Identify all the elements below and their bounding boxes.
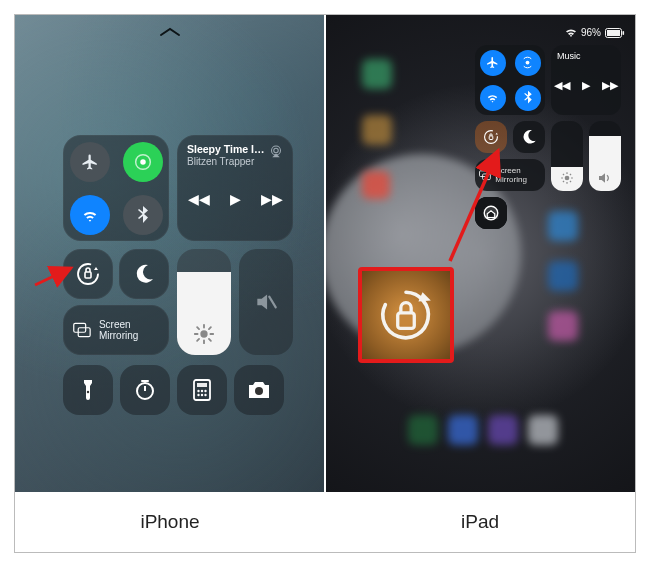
calculator-button[interactable] (177, 365, 227, 415)
screen-mirroring-label: Screen Mirroring (99, 319, 159, 341)
cellular-data-icon[interactable] (123, 142, 163, 182)
connectivity-module[interactable] (63, 135, 169, 241)
svg-point-25 (204, 390, 206, 392)
svg-line-47 (570, 174, 571, 175)
grabber-icon (159, 27, 181, 37)
svg-rect-33 (623, 31, 625, 35)
ipad-rotation-lock-button[interactable] (475, 121, 507, 153)
ipad-volume-icon (597, 171, 613, 185)
ipad-screen-mirroring-button[interactable]: Screen Mirroring (475, 159, 545, 191)
track-title: Sleepy Time In... (187, 143, 267, 155)
svg-point-39 (565, 176, 570, 181)
svg-point-24 (201, 390, 203, 392)
ipad-screen-mirroring-label: Screen Mirroring (495, 166, 541, 184)
screen-mirroring-icon (73, 321, 91, 339)
svg-rect-54 (398, 313, 415, 329)
svg-point-2 (274, 148, 279, 153)
caption-ipad: iPad (325, 492, 635, 552)
ipad-do-not-disturb-button[interactable] (513, 121, 545, 153)
ipad-bluetooth-icon[interactable] (515, 85, 541, 111)
previous-track-icon[interactable]: ◀◀ (188, 191, 210, 207)
play-icon[interactable]: ▶ (230, 191, 241, 207)
svg-rect-36 (489, 136, 493, 140)
rotation-lock-icon-large (375, 284, 437, 346)
svg-rect-4 (85, 272, 91, 278)
ipad-next-track-icon[interactable]: ▶▶ (602, 79, 618, 92)
svg-line-46 (563, 181, 564, 182)
svg-point-23 (197, 390, 199, 392)
svg-line-15 (209, 327, 211, 329)
svg-point-34 (526, 61, 530, 65)
screen-mirroring-button[interactable]: Screen Mirroring (63, 305, 169, 355)
now-playing-module[interactable]: Sleepy Time In... Blitzen Trapper ◀◀ ▶ ▶… (177, 135, 293, 241)
svg-line-45 (570, 181, 571, 182)
bluetooth-icon[interactable] (123, 195, 163, 235)
ipad-brightness-slider[interactable] (551, 121, 583, 191)
ipad-wifi-icon[interactable] (480, 85, 506, 111)
timer-button[interactable] (120, 365, 170, 415)
brightness-icon (193, 323, 215, 345)
camera-button[interactable] (234, 365, 284, 415)
svg-line-12 (197, 327, 199, 329)
ipad-airplane-mode-icon[interactable] (480, 50, 506, 76)
svg-point-35 (485, 131, 498, 144)
do-not-disturb-button[interactable] (119, 249, 169, 299)
svg-line-14 (197, 339, 199, 341)
caption-iphone: iPhone (15, 492, 325, 552)
svg-line-44 (563, 174, 564, 175)
ipad-brightness-icon (560, 171, 574, 185)
ipad-previous-track-icon[interactable]: ◀◀ (554, 79, 570, 92)
wifi-icon[interactable] (70, 195, 110, 235)
brightness-slider[interactable] (177, 249, 231, 355)
ipad-status-bar: 96% (565, 27, 625, 38)
rotation-lock-button[interactable] (63, 249, 113, 299)
ipad-connectivity-module[interactable] (475, 45, 545, 115)
battery-icon (605, 28, 625, 38)
svg-point-7 (200, 330, 207, 337)
wifi-status-icon (565, 28, 577, 38)
ipad-play-icon[interactable]: ▶ (582, 79, 590, 92)
svg-rect-32 (607, 30, 620, 36)
ipad-control-center: 96% (326, 15, 635, 492)
ipad-volume-slider[interactable] (589, 121, 621, 191)
mute-button[interactable] (239, 249, 293, 355)
svg-point-28 (204, 394, 206, 396)
svg-point-0 (140, 159, 146, 165)
svg-line-16 (269, 297, 276, 308)
airplane-mode-icon[interactable] (70, 142, 110, 182)
ipad-cellular-data-icon[interactable] (515, 50, 541, 76)
svg-line-13 (209, 339, 211, 341)
svg-point-29 (255, 387, 263, 395)
svg-point-26 (197, 394, 199, 396)
ipad-screen-mirroring-icon (479, 169, 491, 182)
ipad-home-button[interactable] (475, 197, 507, 229)
rotation-lock-callout (358, 267, 454, 363)
flashlight-button[interactable] (63, 365, 113, 415)
svg-point-27 (201, 394, 203, 396)
svg-point-17 (87, 391, 89, 393)
battery-percent: 96% (581, 27, 601, 38)
ipad-now-playing-module[interactable]: Music ◀◀ ▶ ▶▶ (551, 45, 621, 115)
iphone-control-center: Sleepy Time In... Blitzen Trapper ◀◀ ▶ ▶… (15, 15, 324, 492)
airplay-icon[interactable] (267, 143, 285, 161)
svg-rect-22 (197, 383, 207, 387)
ipad-music-label: Music (557, 51, 615, 61)
next-track-icon[interactable]: ▶▶ (261, 191, 283, 207)
svg-point-3 (78, 264, 98, 284)
